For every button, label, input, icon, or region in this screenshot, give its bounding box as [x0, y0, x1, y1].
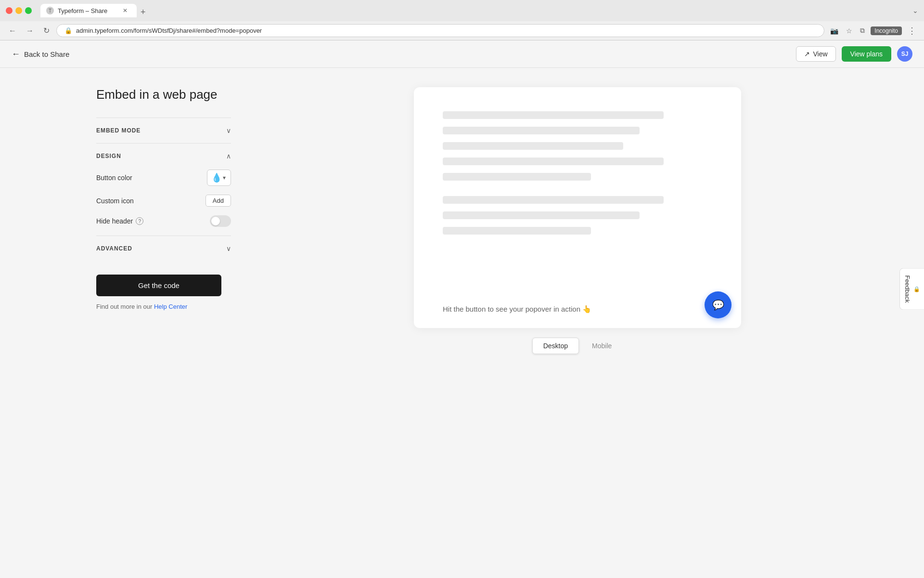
traffic-lights	[6, 7, 32, 14]
left-panel: Embed in a web page EMBED MODE ∨ DESIGN …	[0, 87, 231, 578]
advanced-section: ADVANCED ∨	[96, 236, 231, 261]
design-section: DESIGN ∧ Button color 💧 ▾ Custom icon	[96, 143, 231, 236]
right-panel: Hit the button to see your popover in ac…	[231, 87, 924, 578]
lock-icon: 🔒	[914, 286, 920, 292]
color-picker[interactable]: 💧 ▾	[207, 170, 231, 186]
color-swatch: 💧	[212, 172, 221, 183]
app-header: ← Back to Share ↗ View View plans SJ	[0, 40, 924, 68]
advanced-label: ADVANCED	[96, 245, 132, 252]
feedback-label: Feedback	[904, 275, 911, 302]
view-toggle: Desktop Mobile	[532, 338, 623, 354]
nav-icons: 📷 ☆ ⧉ Incognito ⋮	[828, 25, 918, 37]
skeleton-line	[443, 173, 591, 181]
extension-icon[interactable]: ⧉	[858, 25, 867, 37]
external-link-icon: ↗	[804, 50, 810, 58]
avatar: SJ	[897, 46, 912, 62]
embed-mode-header[interactable]: EMBED MODE ∨	[96, 127, 231, 134]
view-label: View	[813, 50, 827, 58]
preview-card: Hit the button to see your popover in ac…	[414, 87, 741, 328]
tab-favicon: T	[46, 7, 54, 14]
page-title: Embed in a web page	[96, 87, 231, 102]
hide-header-toggle[interactable]	[210, 215, 231, 227]
hide-header-row: Hide header ?	[96, 215, 231, 227]
get-code-button[interactable]: Get the code	[96, 275, 221, 296]
browser-titlebar: T Typeform – Share ✕ + ⌄	[0, 0, 924, 21]
back-to-share-button[interactable]: ← Back to Share	[12, 49, 69, 59]
incognito-badge: Incognito	[871, 26, 902, 35]
close-window-btn[interactable]	[6, 7, 13, 14]
tooltip-icon[interactable]: ?	[136, 217, 143, 225]
button-color-label: Button color	[96, 174, 132, 182]
back-arrow-icon: ←	[12, 49, 20, 59]
design-chevron-icon: ∧	[226, 152, 231, 160]
custom-icon-add-button[interactable]: Add	[205, 195, 231, 207]
toggle-slider	[210, 215, 231, 227]
skeleton-line	[443, 158, 664, 165]
window-expand-icon: ⌄	[912, 6, 918, 15]
tab-title: Typeform – Share	[58, 7, 107, 14]
browser-menu-icon[interactable]: ⋮	[906, 26, 918, 36]
tab-bar: T Typeform – Share ✕ +	[40, 4, 150, 17]
feedback-wrapper: 🔒 Feedback	[899, 268, 924, 310]
refresh-nav-button[interactable]: ↻	[40, 24, 52, 37]
forward-nav-button[interactable]: →	[23, 25, 37, 37]
skeleton-group-2	[443, 196, 712, 235]
design-header[interactable]: DESIGN ∧	[96, 152, 231, 160]
desktop-view-button[interactable]: Desktop	[532, 338, 579, 354]
skeleton-line	[443, 227, 591, 235]
advanced-chevron-icon: ∨	[226, 245, 231, 252]
hide-header-label-group: Hide header ?	[96, 217, 143, 225]
hide-header-label: Hide header	[96, 217, 133, 225]
custom-icon-row: Custom icon Add	[96, 195, 231, 207]
maximize-window-btn[interactable]	[25, 7, 32, 14]
back-nav-button[interactable]: ←	[6, 25, 19, 37]
back-label: Back to Share	[24, 50, 69, 58]
advanced-header[interactable]: ADVANCED ∨	[96, 245, 231, 252]
color-drop-icon: 💧	[211, 172, 222, 183]
preview-hint-text: Hit the button to see your popover in ac…	[443, 305, 591, 314]
button-color-row: Button color 💧 ▾	[96, 170, 231, 186]
preview-footer-inner: Hit the button to see your popover in ac…	[414, 305, 741, 314]
skeleton-line	[443, 196, 664, 204]
skeleton-line	[443, 142, 623, 150]
embed-mode-chevron-icon: ∨	[226, 127, 231, 134]
address-bar[interactable]: 🔒 admin.typeform.com/form/sWDtsfDj/share…	[56, 24, 824, 37]
cta-section: Get the code Find out more in our Help C…	[96, 275, 221, 310]
popover-icon: 💬	[712, 299, 724, 311]
header-right: ↗ View View plans SJ	[796, 46, 912, 62]
custom-icon-label: Custom icon	[96, 197, 134, 205]
embed-mode-section: EMBED MODE ∨	[96, 118, 231, 143]
browser-nav: ← → ↻ 🔒 admin.typeform.com/form/sWDtsfDj…	[0, 21, 924, 40]
design-label: DESIGN	[96, 153, 121, 159]
skeleton-line	[443, 211, 640, 219]
embed-mode-label: EMBED MODE	[96, 127, 141, 134]
mobile-view-button[interactable]: Mobile	[581, 338, 623, 354]
new-tab-button[interactable]: +	[137, 7, 150, 17]
skeleton-line	[443, 111, 664, 119]
camera-icon[interactable]: 📷	[828, 25, 840, 37]
design-content: Button color 💧 ▾ Custom icon Add	[96, 170, 231, 227]
bookmark-icon[interactable]: ☆	[844, 25, 854, 37]
url-text: admin.typeform.com/form/sWDtsfDj/share#/…	[76, 27, 262, 34]
help-center-link[interactable]: Help Center	[154, 303, 187, 310]
main-content: Embed in a web page EMBED MODE ∨ DESIGN …	[0, 68, 924, 578]
help-text: Find out more in our Help Center	[96, 303, 221, 310]
color-chevron-icon: ▾	[223, 174, 226, 181]
browser-chrome: T Typeform – Share ✕ + ⌄ ← → ↻ 🔒 admin.t…	[0, 0, 924, 40]
view-button[interactable]: ↗ View	[796, 46, 835, 62]
tab-close-icon[interactable]: ✕	[121, 7, 129, 14]
skeleton-group-1	[443, 111, 712, 181]
view-plans-button[interactable]: View plans	[842, 46, 891, 62]
popover-preview-button[interactable]: 💬	[705, 291, 732, 318]
minimize-window-btn[interactable]	[15, 7, 22, 14]
feedback-tab[interactable]: 🔒 Feedback	[899, 268, 924, 310]
skeleton-line	[443, 127, 640, 134]
active-tab[interactable]: T Typeform – Share ✕	[40, 4, 137, 17]
